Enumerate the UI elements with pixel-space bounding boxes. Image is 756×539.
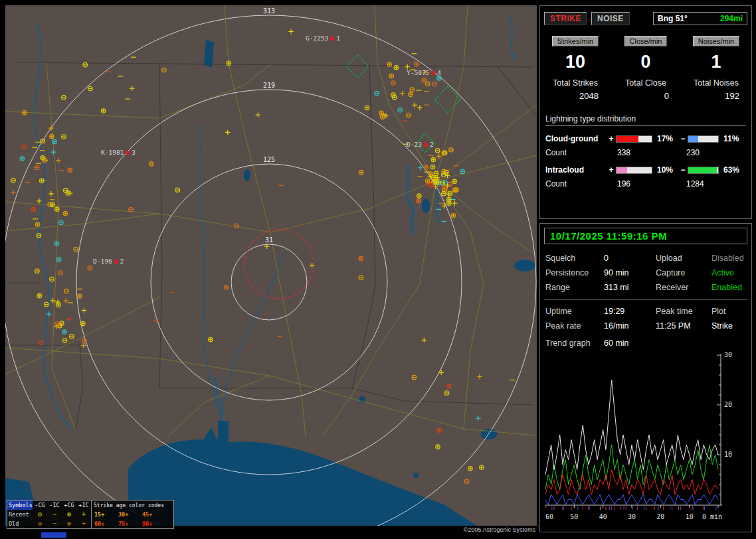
taskbar-fragment (41, 532, 66, 538)
total-noises-label: Total Noises (681, 72, 751, 88)
svg-text:31: 31 (265, 236, 273, 244)
cloud-ground-row: Cloud-ground + 17% − 11% (540, 134, 751, 143)
storm-cell-label: D-1962 (93, 258, 124, 265)
cell-marker-icon (126, 151, 130, 155)
status-grid: Uptime 19:29 Peak time Plot Peak rate 16… (540, 301, 751, 332)
peak-rate-value: 16/min (604, 321, 656, 331)
trend-graph-canvas: 1020306050403020100 min (545, 352, 746, 523)
noises-rate-value: 1 (681, 46, 751, 72)
distribution-title: Lightning type distribution (545, 114, 746, 126)
svg-text:10: 10 (724, 451, 732, 458)
cg-minus-bar (688, 135, 719, 143)
ic-plus-bar (616, 167, 652, 174)
status-panel: STRIKE NOISE Bng 51° 294mi Strikes/min C… (539, 5, 752, 532)
svg-text:0 min: 0 min (702, 513, 722, 520)
total-close-value: 0 (611, 88, 681, 101)
map-legend: Symbols-CG-IC+CG+ICRecent⊖−⊕+Old⊖−⊕+ Str… (7, 500, 174, 529)
svg-text:30: 30 (628, 513, 636, 520)
storm-cell-label: D-232 (407, 141, 434, 148)
svg-text:219: 219 (263, 82, 275, 89)
trend-graph-label: Trend graph (545, 339, 604, 348)
range-value: 313 mi (604, 283, 656, 292)
squelch-value: 0 (604, 254, 656, 263)
close-rate-value: 0 (611, 46, 681, 72)
nexstorm-window: 31321912531 Symbols-CG-IC+CG+ICRecent⊖−⊕… (0, 0, 756, 539)
copyright-text: ©2005 Astrogenic Systems (372, 526, 535, 533)
divider (544, 299, 747, 300)
capture-label: Capture (656, 268, 711, 277)
strikes-rate-value: 10 (540, 46, 611, 72)
legend-age-codes: Strike age color codes15+30+45+60+75+90+ (91, 501, 173, 528)
peak-time-value: 11:25 PM (656, 321, 711, 331)
uptime-label: Uptime (545, 307, 604, 316)
svg-text:10: 10 (686, 513, 694, 520)
bearing-value: Bng 51° (658, 14, 688, 23)
total-noises-value: 192 (681, 88, 751, 101)
svg-text:20: 20 (656, 513, 664, 520)
bearing-range-value: 294mi (720, 14, 743, 23)
total-strikes-value: 2048 (540, 88, 611, 101)
noise-indicator-button[interactable]: NOISE (591, 12, 630, 25)
settings-grid: Squelch 0 Upload Disabled Persistence 90… (540, 248, 751, 293)
capture-value: Active (711, 268, 746, 277)
intracloud-counts: Count 196 1284 (540, 179, 751, 189)
cell-marker-icon (330, 37, 334, 40)
svg-text:40: 40 (599, 513, 607, 520)
svg-text:125: 125 (263, 156, 275, 163)
plot-label: Plot (711, 307, 746, 316)
intracloud-row: Intracloud + 10% − 63% (540, 165, 751, 175)
range-label: Range (545, 283, 604, 292)
counters-section: STRIKE NOISE Bng 51° 294mi Strikes/min C… (539, 5, 752, 219)
status-section: 10/17/2025 11:59:16 PM Squelch 0 Upload … (539, 223, 752, 532)
lightning-map[interactable]: 31321912531 Symbols-CG-IC+CG+ICRecent⊖−⊕… (5, 5, 537, 526)
total-strikes-label: Total Strikes (540, 72, 611, 88)
strike-indicator-button[interactable]: STRIKE (544, 12, 587, 25)
total-close-label: Total Close (611, 72, 681, 88)
datetime-display: 10/17/2025 11:59:16 PM (544, 228, 747, 244)
cell-marker-icon (431, 71, 435, 75)
storm-cell-label: Y-50754 (407, 69, 441, 76)
storm-cell-label: G-22531 (306, 35, 340, 42)
close-per-min-chip[interactable]: Close/min (624, 36, 668, 46)
persistence-value: 90 min (604, 268, 656, 277)
plot-value: Strike (711, 321, 746, 331)
noises-per-min-chip[interactable]: Noises/min (693, 36, 739, 46)
cloud-ground-counts: Count 338 230 (540, 148, 751, 157)
storm-cell-label: K-19813 (101, 149, 136, 156)
peak-rate-label: Peak rate (545, 321, 604, 331)
receiver-value: Enabled (711, 283, 746, 292)
svg-text:313: 313 (263, 7, 275, 15)
legend-symbols: Symbols-CG-IC+CG+ICRecent⊖−⊕+Old⊖−⊕+ (7, 501, 91, 528)
trend-graph: 1020306050403020100 min (545, 352, 746, 525)
cell-marker-icon (114, 260, 118, 264)
persistence-label: Persistence (545, 268, 604, 277)
trend-settings: Trend graph 60 min (540, 332, 751, 349)
bearing-readout: Bng 51° 294mi (653, 12, 747, 25)
squelch-label: Squelch (545, 254, 604, 263)
cell-marker-icon (424, 143, 428, 147)
peak-time-label: Peak time (656, 307, 711, 316)
svg-text:60: 60 (545, 513, 553, 520)
receiver-label: Receiver (656, 283, 711, 292)
trend-graph-value: 60 min (604, 339, 656, 348)
svg-text:30: 30 (724, 352, 732, 358)
svg-text:50: 50 (570, 513, 578, 520)
ic-minus-bar (688, 167, 719, 174)
upload-value: Disabled (711, 254, 746, 263)
strikes-per-min-chip[interactable]: Strikes/min (552, 36, 599, 46)
cg-plus-bar (616, 135, 652, 143)
svg-text:20: 20 (724, 401, 732, 408)
uptime-value: 19:29 (604, 307, 656, 316)
upload-label: Upload (656, 254, 711, 263)
map-canvas: 31321912531 (5, 5, 537, 526)
